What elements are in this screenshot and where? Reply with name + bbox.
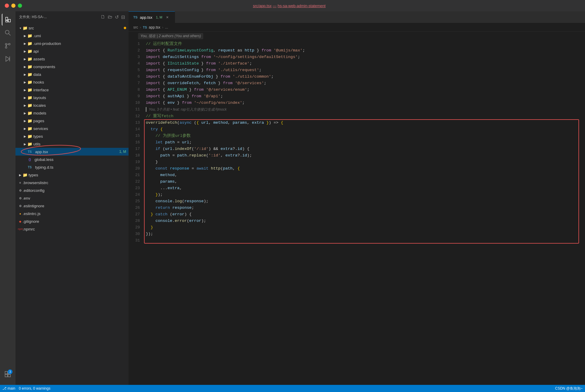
activity-explorer[interactable] [2,14,14,26]
tree-item-locales[interactable]: ▶ 📁 locales [15,101,129,109]
tree-item-global-less[interactable]: {} global.less [15,156,129,163]
tree-item-hooks[interactable]: ▶ 📁 hooks [15,78,129,86]
line-content[interactable]: // 重写fetch [143,113,585,120]
breadcrumb-src: src [133,25,138,29]
line-content[interactable]: let path = url; [143,139,585,146]
line-content[interactable]: import { API_ENUM } from '@/services/enu… [143,87,585,93]
tree-item-types-root[interactable]: ▶ 📁 types [15,171,129,179]
tree-item-umi[interactable]: ▶ 📁 .umi [15,32,129,40]
line-content[interactable]: } catch (error) { [143,211,585,218]
line-content[interactable]: path = path.replace(':id', extra?.id); [143,152,585,159]
tree-item-npmrc[interactable]: npm .npmrc [15,225,129,233]
tree-label-typing: typing.d.ts [35,165,129,170]
activity-extensions[interactable]: 3 [2,368,14,380]
line-content[interactable]: // 为拼接url参数 [143,133,585,139]
line-content[interactable]: console.error(error); [143,218,585,224]
line-content[interactable]: You, 3个月前 • feat: rap引入方便接口生成与mock [143,106,585,113]
line-number: 5 [129,67,143,73]
line-content[interactable]: import defaultSettings from '~/config/se… [143,54,585,60]
folder-icon-services: 📁 [27,126,32,131]
svg-rect-2 [6,21,8,22]
svg-point-6 [9,43,10,45]
line-content[interactable]: }); [143,231,585,237]
tree-mod-app: 1, M [119,150,126,154]
tree-item-browserslistrc[interactable]: ≡ .browserslistrc [15,179,129,186]
table-row: 5 import { requestConfig } from './utils… [129,67,585,73]
line-content[interactable]: const response = await http(path, { [143,165,585,172]
svg-rect-16 [8,374,10,377]
tree-item-eslintrc[interactable]: ● .eslintrc.js [15,210,129,217]
tree-item-assets[interactable]: ▶ 📁 assets [15,55,129,63]
tree-item-interface[interactable]: ▶ 📁 interface [15,86,129,94]
tree-label-app: app.tsx [35,150,119,154]
folder-icon-locales: 📁 [27,103,32,108]
line-number: 15 [129,133,143,139]
line-content[interactable]: import { overrideFetch, fetch } from '@/… [143,80,585,87]
line-content[interactable]: import { authApi } from '@/api'; [143,93,585,100]
new-file-icon[interactable]: 🗋 [101,14,105,20]
tab-close-button[interactable]: × [165,15,170,20]
line-number: 8 [129,87,143,93]
tree-item-eslintignore[interactable]: ⚙ .eslintignore [15,202,129,210]
line-content[interactable]: import { requestConfig } from './utils/r… [143,67,585,73]
line-content[interactable]: method, [143,172,585,178]
status-branch[interactable]: ⎇ main [2,386,15,391]
tree-item-typing[interactable]: TS typing.d.ts [15,163,129,171]
maximize-button[interactable] [18,4,22,8]
code-editor[interactable]: 1 // 运行时配置文件 2 import { RunTimeLayoutCon… [129,41,585,385]
tree-label-utils: utils [33,142,129,146]
tree-item-gitignore[interactable]: ◆ .gitignore [15,217,129,225]
table-row: 7 import { overrideFetch, fetch } from '… [129,80,585,87]
tree-item-api[interactable]: ▶ 📁 api [15,47,129,55]
tree-item-pages[interactable]: ▶ 📁 pages [15,117,129,125]
line-content[interactable] [143,237,585,244]
folder-icon-src: 📁 [23,26,27,30]
ts-typing-icon: TS [27,166,32,169]
line-content[interactable]: try { [143,126,585,133]
collapse-icon[interactable]: ⊟ [121,14,125,20]
table-row: 17 if (url.indexOf('/:id') && extra?.id)… [129,146,585,152]
line-content[interactable]: overrideFetch(async ({ url, method, para… [143,120,585,126]
ts-file-icon: TS [27,150,32,153]
line-content[interactable]: console.log(response); [143,198,585,205]
tree-item-components[interactable]: ▶ 📁 components [15,63,129,70]
tree-arrow-assets: ▶ [23,57,27,61]
line-content[interactable]: return response; [143,205,585,211]
sidebar-folder-title: 文件夹: HS-SA-... [19,15,47,20]
tab-app-tsx[interactable]: TS app.tsx 1, M × [129,11,175,23]
tree-item-services[interactable]: ▶ 📁 services [15,125,129,132]
line-content[interactable]: } [143,224,585,231]
new-folder-icon[interactable]: 🗁 [108,14,112,20]
breadcrumb-sep-1: › [140,25,141,29]
tree-item-utils[interactable]: ▶ 📁 utils [15,140,129,148]
tree-item-src[interactable]: ▾ 📁 src [15,24,129,32]
line-content[interactable]: }); [143,192,585,198]
minimize-button[interactable] [11,4,15,8]
table-row: 18 path = path.replace(':id', extra?.id)… [129,152,585,159]
tree-item-data[interactable]: ▶ 📁 data [15,70,129,78]
tree-arrow-api: ▶ [23,50,27,53]
tree-item-app-tsx[interactable]: TS app.tsx 1, M [15,148,129,156]
line-content[interactable]: import { RunTimeLayoutConfig, request as… [143,47,585,54]
line-content[interactable]: if (url.indexOf('/:id') && extra?.id) { [143,146,585,152]
folder-icon-assets: 📁 [27,57,32,61]
tree-item-models[interactable]: ▶ 📁 models [15,109,129,117]
refresh-icon[interactable]: ↺ [115,14,119,20]
line-content[interactable]: params, [143,178,585,185]
activity-search[interactable] [2,27,14,39]
line-content[interactable]: import { IInitialState } from './interfa… [143,60,585,67]
line-content[interactable]: // 运行时配置文件 [143,41,585,47]
activity-run[interactable] [2,53,14,65]
line-content[interactable]: import { dataToAntEnumForObj } from './u… [143,73,585,80]
tree-item-umi-production[interactable]: ▶ 📁 .umi-production [15,40,129,47]
line-content[interactable]: } [143,159,585,165]
tree-item-types[interactable]: ▶ 📁 types [15,132,129,140]
tree-item-layouts[interactable]: ▶ 📁 layouts [15,94,129,101]
tree-item-editorconfig[interactable]: ⚙ .editorconfig [15,186,129,194]
line-content[interactable]: import { env } from '~/config/env/index'… [143,100,585,106]
close-button[interactable] [5,4,9,8]
folder-icon-types-root: 📁 [23,173,27,177]
line-content[interactable]: ...extra, [143,185,585,192]
activity-source-control[interactable] [2,40,14,52]
tree-item-env[interactable]: ⚙ .env [15,194,129,202]
